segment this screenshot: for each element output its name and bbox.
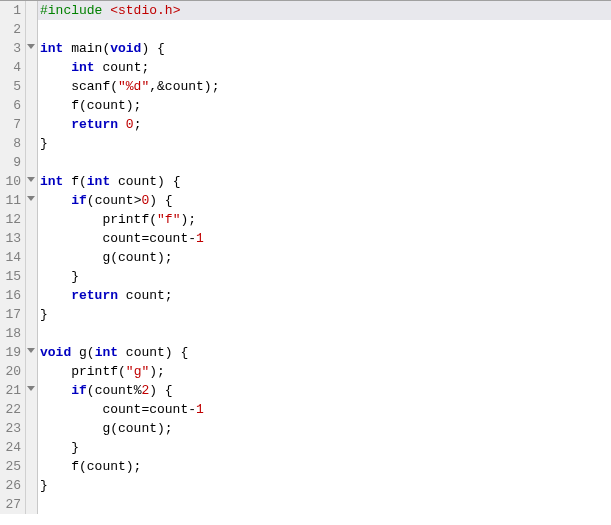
code-line[interactable]: 19void g(int count) { [0, 343, 611, 362]
line-number[interactable]: 11 [0, 191, 26, 210]
code-content[interactable]: if(count>0) { [38, 191, 611, 210]
fold-toggle-icon[interactable] [27, 44, 35, 49]
fold-gutter [26, 20, 38, 39]
code-line[interactable]: 25 f(count); [0, 457, 611, 476]
code-line[interactable]: 4 int count; [0, 58, 611, 77]
code-line[interactable]: 8} [0, 134, 611, 153]
code-editor[interactable]: 1#include <stdio.h>23int main(void) {4 i… [0, 1, 611, 525]
code-content[interactable]: g(count); [38, 248, 611, 267]
code-line[interactable]: 5 scanf("%d",&count); [0, 77, 611, 96]
token: } [40, 136, 48, 151]
code-line[interactable]: 17} [0, 305, 611, 324]
line-number[interactable]: 26 [0, 476, 26, 495]
code-content[interactable]: g(count); [38, 419, 611, 438]
line-number[interactable]: 25 [0, 457, 26, 476]
token: (count% [87, 383, 142, 398]
code-content[interactable] [38, 153, 611, 172]
code-content[interactable]: } [38, 438, 611, 457]
code-content[interactable]: count=count-1 [38, 400, 611, 419]
line-number[interactable]: 14 [0, 248, 26, 267]
token: count) { [118, 345, 188, 360]
code-content[interactable]: } [38, 305, 611, 324]
code-line[interactable]: 27 [0, 495, 611, 514]
code-line[interactable]: 13 count=count-1 [0, 229, 611, 248]
fold-gutter[interactable] [26, 172, 38, 191]
line-number[interactable]: 5 [0, 77, 26, 96]
code-content[interactable]: printf("f"); [38, 210, 611, 229]
code-content[interactable]: count=count-1 [38, 229, 611, 248]
code-content[interactable]: } [38, 134, 611, 153]
code-line[interactable]: 1#include <stdio.h> [0, 1, 611, 20]
fold-gutter [26, 77, 38, 96]
code-content[interactable]: return count; [38, 286, 611, 305]
line-number[interactable]: 23 [0, 419, 26, 438]
code-content[interactable]: scanf("%d",&count); [38, 77, 611, 96]
line-number[interactable]: 27 [0, 495, 26, 514]
code-line[interactable]: 22 count=count-1 [0, 400, 611, 419]
code-content[interactable]: f(count); [38, 96, 611, 115]
fold-gutter[interactable] [26, 191, 38, 210]
line-number[interactable]: 1 [0, 1, 26, 20]
code-content[interactable]: return 0; [38, 115, 611, 134]
line-number[interactable]: 16 [0, 286, 26, 305]
line-number[interactable]: 8 [0, 134, 26, 153]
fold-gutter[interactable] [26, 343, 38, 362]
code-line[interactable]: 11 if(count>0) { [0, 191, 611, 210]
code-line[interactable]: 24 } [0, 438, 611, 457]
fold-gutter [26, 495, 38, 514]
code-content[interactable]: } [38, 476, 611, 495]
code-content[interactable]: printf("g"); [38, 362, 611, 381]
code-content[interactable] [38, 20, 611, 39]
line-number[interactable]: 21 [0, 381, 26, 400]
code-line[interactable]: 9 [0, 153, 611, 172]
line-number[interactable]: 13 [0, 229, 26, 248]
code-line[interactable]: 20 printf("g"); [0, 362, 611, 381]
fold-gutter[interactable] [26, 39, 38, 58]
fold-toggle-icon[interactable] [27, 386, 35, 391]
code-line[interactable]: 18 [0, 324, 611, 343]
line-number[interactable]: 15 [0, 267, 26, 286]
fold-gutter[interactable] [26, 381, 38, 400]
code-line[interactable]: 10int f(int count) { [0, 172, 611, 191]
line-number[interactable]: 2 [0, 20, 26, 39]
code-line[interactable]: 2 [0, 20, 611, 39]
code-content[interactable]: } [38, 267, 611, 286]
line-number[interactable]: 10 [0, 172, 26, 191]
code-content[interactable]: #include <stdio.h> [38, 1, 611, 20]
line-number[interactable]: 12 [0, 210, 26, 229]
code-content[interactable]: if(count%2) { [38, 381, 611, 400]
fold-toggle-icon[interactable] [27, 348, 35, 353]
line-number[interactable]: 9 [0, 153, 26, 172]
code-content[interactable]: int f(int count) { [38, 172, 611, 191]
code-line[interactable]: 7 return 0; [0, 115, 611, 134]
line-number[interactable]: 18 [0, 324, 26, 343]
fold-toggle-icon[interactable] [27, 177, 35, 182]
fold-toggle-icon[interactable] [27, 196, 35, 201]
line-number[interactable]: 4 [0, 58, 26, 77]
code-content[interactable]: int main(void) { [38, 39, 611, 58]
line-number[interactable]: 3 [0, 39, 26, 58]
code-content[interactable] [38, 495, 611, 514]
code-line[interactable]: 3int main(void) { [0, 39, 611, 58]
line-number[interactable]: 7 [0, 115, 26, 134]
code-content[interactable]: void g(int count) { [38, 343, 611, 362]
code-line[interactable]: 12 printf("f"); [0, 210, 611, 229]
token: printf( [40, 364, 126, 379]
code-line[interactable]: 6 f(count); [0, 96, 611, 115]
code-line[interactable]: 23 g(count); [0, 419, 611, 438]
code-content[interactable]: f(count); [38, 457, 611, 476]
code-line[interactable]: 14 g(count); [0, 248, 611, 267]
code-content[interactable]: int count; [38, 58, 611, 77]
line-number[interactable]: 22 [0, 400, 26, 419]
line-number[interactable]: 17 [0, 305, 26, 324]
code-line[interactable]: 21 if(count%2) { [0, 381, 611, 400]
line-number[interactable]: 24 [0, 438, 26, 457]
code-line[interactable]: 16 return count; [0, 286, 611, 305]
code-content[interactable] [38, 324, 611, 343]
token: f(count); [40, 459, 141, 474]
code-line[interactable]: 15 } [0, 267, 611, 286]
line-number[interactable]: 19 [0, 343, 26, 362]
line-number[interactable]: 20 [0, 362, 26, 381]
line-number[interactable]: 6 [0, 96, 26, 115]
code-line[interactable]: 26} [0, 476, 611, 495]
